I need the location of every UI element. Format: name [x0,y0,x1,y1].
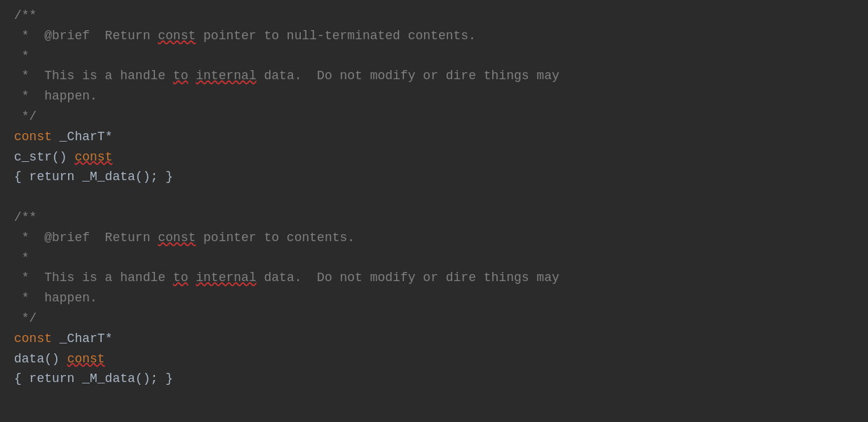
comment-text: * @brief Return const pointer to null-te… [14,26,476,46]
code-line: const _CharT* [0,127,868,147]
code-line: { return _M_data(); } [0,167,868,187]
code-line: c_str() const [0,147,868,168]
code-line: /** [0,207,868,228]
code-text: { return _M_data(); } [14,369,173,389]
code-text: data() const [14,349,105,369]
code-line: * @brief Return const pointer to content… [0,228,868,248]
comment-text: */ [14,107,36,127]
comment-text: * [14,46,29,67]
code-editor: /** * @brief Return const pointer to nul… [0,0,868,395]
code-text: _CharT* [52,329,112,349]
comment-text: * happen. [14,288,97,308]
code-text: _CharT* [52,127,112,147]
comment-text: * This is a handle to internal data. Do … [14,268,560,288]
code-line: * happen. [0,86,868,107]
code-line: */ [0,308,868,329]
code-text: c_str() const [14,147,112,168]
comment-text: * This is a handle to internal data. Do … [14,66,560,86]
code-line: * This is a handle to internal data. Do … [0,268,868,288]
keyword-const: const [14,329,52,349]
keyword-const: const [14,127,52,147]
comment-text: * happen. [14,86,97,107]
comment-text: */ [14,308,36,329]
code-line: * [0,248,868,268]
code-line: * happen. [0,288,868,308]
comment-text: * [14,248,29,268]
code-line: * @brief Return const pointer to null-te… [0,26,868,46]
code-line: /** [0,6,868,26]
code-line: */ [0,107,868,127]
code-line: { return _M_data(); } [0,369,868,389]
code-line: data() const [0,349,868,369]
code-line: const _CharT* [0,329,868,349]
comment-text: /** [14,6,36,26]
code-line: * This is a handle to internal data. Do … [0,66,868,86]
code-line: * [0,46,868,67]
code-line-blank [0,187,868,207]
code-text: { return _M_data(); } [14,167,173,187]
comment-text: * @brief Return const pointer to content… [14,228,355,248]
comment-text: /** [14,207,36,228]
